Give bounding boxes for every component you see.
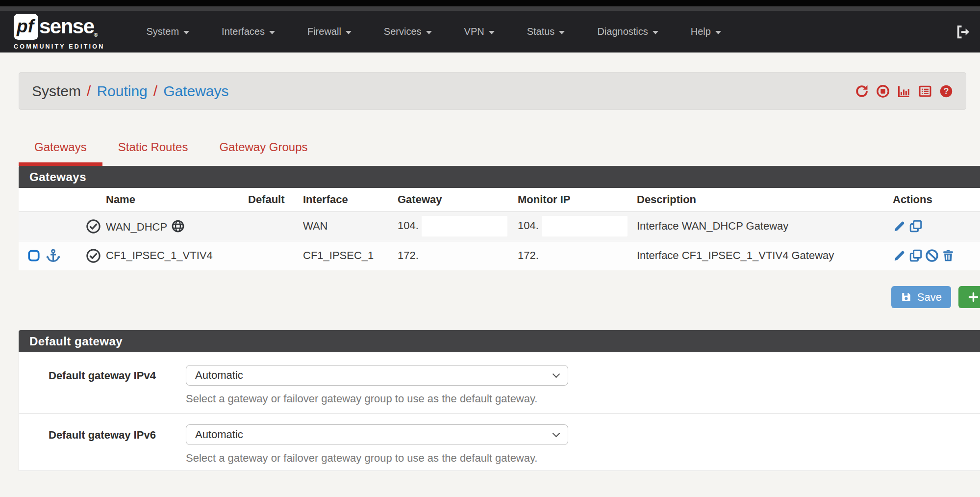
save-button[interactable]: Save (891, 286, 951, 308)
chevron-down-icon (553, 370, 560, 378)
top-black-strip (0, 0, 980, 6)
breadcrumb-root: System (32, 83, 81, 100)
nav-item-status[interactable]: Status (511, 26, 581, 37)
top-gray-strip (0, 6, 980, 11)
breadcrumb: System / Routing / Gateways ? (19, 72, 966, 110)
gateway-address: 104. (398, 219, 419, 232)
tab-gateways[interactable]: Gateways (19, 140, 102, 166)
ipv6-help-text: Select a gateway or failover gateway gro… (186, 452, 568, 465)
caret-down-icon (653, 31, 658, 34)
default-gateway-ipv4-label: Default gateway IPv4 (19, 365, 163, 405)
add-button[interactable]: Add (958, 286, 980, 308)
bar-chart-icon[interactable] (897, 84, 911, 98)
caret-down-icon (183, 31, 189, 34)
default-gateway-panel: Default gateway Default gateway IPv4 Aut… (19, 330, 980, 471)
pfsense-logo[interactable]: pf sense ® COMMUNITY EDITION (14, 14, 104, 50)
disable-icon[interactable] (925, 249, 939, 262)
gateways-panel: Gateways Name Default Interface Gateway … (19, 166, 980, 270)
default-gateway-ipv6-label: Default gateway IPv6 (19, 424, 163, 465)
status-online-icon (86, 219, 101, 234)
col-actions: Actions (890, 188, 980, 211)
selected-value: Automatic (195, 428, 243, 441)
copy-icon[interactable] (909, 249, 923, 262)
selected-value: Automatic (195, 369, 243, 382)
default-gateway-ipv4-select[interactable]: Automatic (186, 365, 568, 386)
anchor-icon[interactable] (46, 248, 61, 263)
delete-icon[interactable] (941, 249, 955, 262)
gateway-interface: WAN (303, 220, 328, 232)
gateways-table: Name Default Interface Gateway Monitor I… (19, 188, 980, 270)
logo-sense-text: sense (39, 16, 94, 37)
refresh-icon[interactable] (855, 84, 869, 98)
edit-icon[interactable] (893, 219, 906, 233)
breadcrumb-link-gateways[interactable]: Gateways (163, 83, 228, 100)
caret-down-icon (269, 31, 275, 34)
col-interface: Interface (300, 188, 395, 211)
gateway-interface: CF1_IPSEC_1 (303, 249, 374, 262)
tab-bar: Gateways Static Routes Gateway Groups (19, 140, 980, 166)
default-gateway-globe-icon (171, 219, 185, 233)
nav-menu: System Interfaces Firewall Services VPN … (130, 26, 737, 37)
col-description: Description (634, 188, 890, 211)
caret-down-icon (715, 31, 721, 34)
nav-item-vpn[interactable]: VPN (448, 26, 511, 37)
nav-item-system[interactable]: System (130, 26, 205, 37)
edit-icon[interactable] (893, 249, 906, 262)
form-row-ipv4: Default gateway IPv4 Automatic Select a … (19, 352, 980, 413)
col-status (81, 188, 103, 211)
page-action-icons: ? (855, 84, 953, 98)
col-monitor-ip: Monitor IP (515, 188, 634, 211)
save-floppy-icon (901, 291, 912, 303)
table-row-wan-dhcp: WAN_DHCP WAN 104. 104. Interface WAN_DHC… (19, 211, 980, 241)
list-icon[interactable] (918, 84, 932, 98)
tab-static-routes[interactable]: Static Routes (102, 140, 204, 166)
redaction-box (542, 216, 628, 236)
caret-down-icon (559, 31, 565, 34)
gateway-description: Interface WAN_DHCP Gateway (637, 220, 788, 232)
plus-icon (968, 291, 979, 303)
select-checkbox-icon[interactable] (27, 249, 40, 262)
default-gateway-ipv6-select[interactable]: Automatic (186, 424, 568, 445)
table-row-cf1-ipsec: CF1_IPSEC_1_VTIV4 CF1_IPSEC_1 172. 172. … (19, 241, 980, 270)
caret-down-icon (489, 31, 495, 34)
status-online-icon (86, 248, 101, 263)
nav-item-firewall[interactable]: Firewall (291, 26, 368, 37)
navbar: pf sense ® COMMUNITY EDITION System Inte… (0, 11, 980, 52)
gateways-panel-title: Gateways (19, 166, 980, 188)
chevron-down-icon (553, 429, 560, 437)
breadcrumb-link-routing[interactable]: Routing (97, 83, 147, 100)
table-header-row: Name Default Interface Gateway Monitor I… (19, 188, 980, 211)
nav-item-interfaces[interactable]: Interfaces (205, 26, 291, 37)
tab-gateway-groups[interactable]: Gateway Groups (203, 140, 323, 166)
caret-down-icon (346, 31, 352, 34)
svg-text:?: ? (944, 86, 949, 96)
gateway-description: Interface CF1_IPSEC_1_VTIV4 Gateway (637, 249, 834, 262)
redaction-box (422, 216, 507, 236)
breadcrumb-separator: / (153, 83, 157, 100)
breadcrumb-separator: / (87, 83, 91, 100)
form-row-ipv6: Default gateway IPv6 Automatic Select a … (19, 413, 980, 471)
stop-circle-icon[interactable] (876, 84, 890, 98)
gateway-name: CF1_IPSEC_1_VTIV4 (106, 249, 213, 262)
col-default: Default (245, 188, 300, 211)
default-gateway-panel-title: Default gateway (19, 330, 980, 352)
nav-item-services[interactable]: Services (368, 26, 448, 37)
gateway-address: 172. (398, 249, 419, 262)
col-name: Name (103, 188, 245, 211)
ipv4-help-text: Select a gateway or failover gateway gro… (186, 392, 568, 405)
gateway-name: WAN_DHCP (106, 221, 167, 233)
col-gateway: Gateway (395, 188, 515, 211)
pf-logo-box: pf (14, 14, 38, 40)
copy-icon[interactable] (909, 219, 923, 233)
registered-mark: ® (94, 32, 98, 38)
table-buttons: Save Add (19, 286, 980, 308)
sign-out-icon[interactable] (955, 25, 970, 39)
help-icon[interactable]: ? (939, 84, 953, 98)
col-select (19, 188, 81, 211)
monitor-ip: 172. (518, 249, 539, 262)
monitor-ip: 104. (518, 219, 539, 232)
caret-down-icon (426, 31, 432, 34)
logo-subtitle: COMMUNITY EDITION (14, 43, 104, 50)
nav-item-help[interactable]: Help (675, 26, 737, 37)
nav-item-diagnostics[interactable]: Diagnostics (581, 26, 674, 37)
